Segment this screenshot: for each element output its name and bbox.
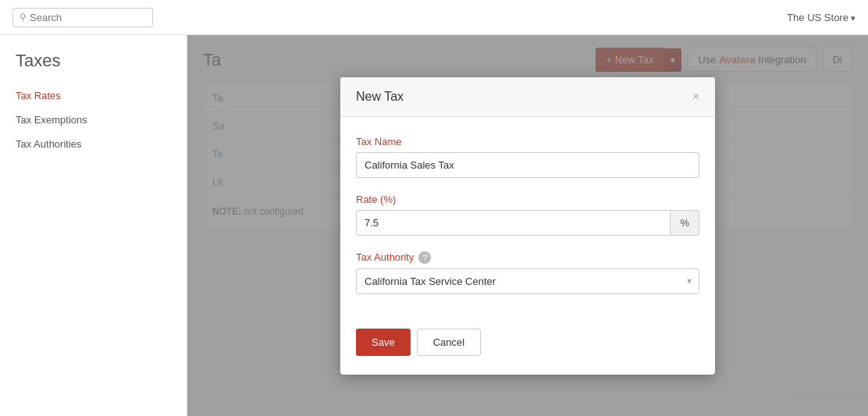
main-layout: Taxes Tax Rates Tax Exemptions Tax Autho… [0,35,868,416]
new-tax-modal: New Tax × Tax Name Rate (%) [340,77,715,375]
search-input[interactable] [30,12,139,23]
sidebar-item-tax-exemptions[interactable]: Tax Exemptions [0,108,187,132]
sidebar-nav: Tax Rates Tax Exemptions Tax Authorities [0,84,187,156]
modal-footer: Save Cancel [340,329,715,375]
rate-input-group: % [356,210,699,236]
sidebar-item-tax-authorities[interactable]: Tax Authorities [0,132,187,156]
save-button[interactable]: Save [356,329,411,356]
sidebar-title: Taxes [0,51,187,84]
sidebar-item-tax-rates[interactable]: Tax Rates [0,84,187,108]
tax-authority-select-wrap: California Tax Service Center Federal Ta… [356,268,699,294]
tax-authority-select[interactable]: California Tax Service Center Federal Ta… [356,268,699,294]
search-icon: ⚲ [20,12,27,23]
modal-overlay: New Tax × Tax Name Rate (%) [187,35,868,416]
tax-name-label: Tax Name [356,136,699,148]
rate-addon: % [671,210,699,236]
modal-close-button[interactable]: × [692,91,699,103]
modal-body: Tax Name Rate (%) % Tax A [340,117,715,329]
modal-title: New Tax [356,90,404,104]
tax-authority-label: Tax Authority [356,251,414,263]
help-icon[interactable]: ? [418,251,431,264]
search-box[interactable]: ⚲ [12,8,153,27]
rate-label: Rate (%) [356,194,699,205]
tax-authority-group: Tax Authority ? California Tax Service C… [356,251,699,294]
topbar: ⚲ The US Store [0,0,868,35]
tax-name-group: Tax Name [356,136,699,178]
main-content: Ta + New Tax ▾ Use Avalara Integration D… [187,35,868,416]
tax-authority-label-row: Tax Authority ? [356,251,699,264]
rate-group: Rate (%) % [356,194,699,236]
rate-input[interactable] [356,210,671,236]
store-selector[interactable]: The US Store [787,12,856,23]
tax-name-input[interactable] [356,152,699,178]
sidebar: Taxes Tax Rates Tax Exemptions Tax Autho… [0,35,187,416]
cancel-button[interactable]: Cancel [417,329,481,356]
modal-header: New Tax × [340,77,715,117]
